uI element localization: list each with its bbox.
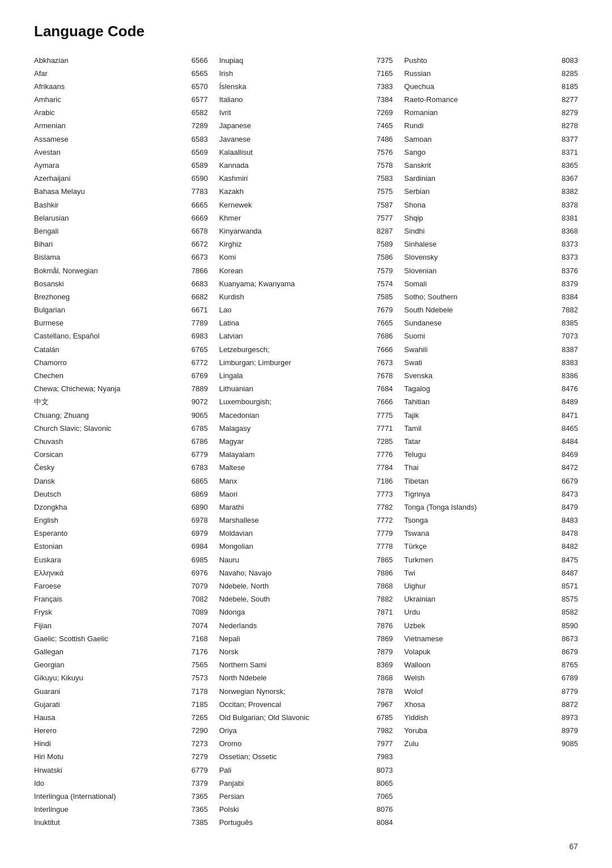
table-row: Brezhoneg6682 xyxy=(34,290,208,303)
lang-code: 6582 xyxy=(185,108,208,118)
lang-name: Svenska xyxy=(404,371,555,381)
lang-name: Afar xyxy=(34,69,185,79)
lang-name: Bislama xyxy=(34,252,185,262)
lang-code: 6566 xyxy=(185,56,208,66)
lang-name: Castellano, Español xyxy=(34,331,185,341)
lang-code: 8482 xyxy=(555,541,578,552)
lang-name: Tamil xyxy=(404,424,555,434)
lang-code: 8073 xyxy=(370,765,393,776)
lang-code: 7290 xyxy=(185,726,208,736)
table-row: Italiano7384 xyxy=(219,94,393,107)
lang-name: Lithuanian xyxy=(219,384,371,394)
table-row: Inupiaq7375 xyxy=(219,54,393,67)
lang-name: Maltese xyxy=(219,463,371,473)
table-row: Irish7165 xyxy=(219,67,393,80)
lang-name: Íslenska xyxy=(219,82,371,92)
table-row: Interlingue7365 xyxy=(34,803,208,816)
lang-name: Russian xyxy=(404,69,555,79)
table-row: Tigrinya8473 xyxy=(404,488,578,501)
lang-name: Maori xyxy=(219,489,371,499)
lang-name: Quechua xyxy=(404,82,555,92)
lang-code: 7977 xyxy=(370,739,393,749)
lang-name: Persian xyxy=(219,791,371,802)
lang-code: 8083 xyxy=(555,56,578,66)
table-row: Chuang; Zhuang9065 xyxy=(34,409,208,422)
lang-code: 6983 xyxy=(185,331,208,341)
lang-name: Marathi xyxy=(219,502,371,513)
lang-name: Uzbek xyxy=(404,621,555,631)
table-row: Moldavian7779 xyxy=(219,527,393,540)
lang-name: Bihari xyxy=(34,239,185,249)
table-row: Occitan; Provencal7967 xyxy=(219,698,393,711)
table-row: Polski8076 xyxy=(219,803,393,816)
table-row: Turkmen8475 xyxy=(404,553,578,566)
table-row: Kurdish7585 xyxy=(219,290,393,303)
lang-name: Ndebele, North xyxy=(219,581,371,591)
table-row: Assamese6583 xyxy=(34,133,208,146)
lang-name: Xhosa xyxy=(404,700,555,710)
lang-name: Português xyxy=(219,818,371,828)
lang-code: 7982 xyxy=(370,726,393,736)
lang-name: Nederlands xyxy=(219,621,371,631)
lang-name: Kuanyama; Kwanyama xyxy=(219,279,371,289)
lang-name: Interlingue xyxy=(34,805,185,815)
table-row: Shona8378 xyxy=(404,198,578,211)
lang-code: 7186 xyxy=(370,476,393,486)
lang-name: Twi xyxy=(404,568,555,578)
lang-code: 7289 xyxy=(185,121,208,131)
lang-code: 7779 xyxy=(370,528,393,539)
lang-name: Lao xyxy=(219,305,371,315)
lang-code: 6789 xyxy=(555,673,578,683)
lang-name: Suomi xyxy=(404,331,555,341)
table-row: Lingala7678 xyxy=(219,370,393,383)
lang-name: Estonian xyxy=(34,541,185,552)
table-row: Sanskrit8365 xyxy=(404,159,578,172)
table-row: Corsican6779 xyxy=(34,448,208,461)
table-row: Hiri Motu7279 xyxy=(34,751,208,764)
lang-name: Armenian xyxy=(34,121,185,131)
lang-name: Tajik xyxy=(404,410,555,421)
table-row: Slovenian8376 xyxy=(404,264,578,277)
lang-name: Swati xyxy=(404,358,555,368)
table-row: Walloon8765 xyxy=(404,659,578,672)
lang-code: 7776 xyxy=(370,450,393,460)
lang-name: Manx xyxy=(219,476,371,486)
table-row: Persian7065 xyxy=(219,790,393,803)
table-row: Guarani7178 xyxy=(34,685,208,698)
lang-code: 8377 xyxy=(555,134,578,145)
lang-name: Interlingua (International) xyxy=(34,791,185,802)
lang-name: Northern Sami xyxy=(219,660,371,670)
language-table: Abkhazian6566Afar6565Afrikaans6570Amhari… xyxy=(34,54,578,829)
lang-name: Sinhalese xyxy=(404,239,555,249)
lang-name: Corsican xyxy=(34,450,185,460)
table-row: Zulu9085 xyxy=(404,738,578,751)
lang-name: Avestan xyxy=(34,147,185,158)
lang-code: 8373 xyxy=(555,239,578,249)
lang-code: 6783 xyxy=(185,463,208,473)
lang-code: 9085 xyxy=(555,739,578,749)
lang-name: Hrwatski xyxy=(34,765,185,776)
lang-name: Kurdish xyxy=(219,292,371,302)
lang-name: Serbian xyxy=(404,187,555,197)
table-row: Chamorro6772 xyxy=(34,356,208,369)
lang-code: 7073 xyxy=(555,331,578,341)
lang-code: 6769 xyxy=(185,371,208,381)
lang-code: 8076 xyxy=(370,805,393,815)
lang-name: Latina xyxy=(219,318,371,328)
table-row: Rundi8278 xyxy=(404,120,578,133)
lang-name: Uighur xyxy=(404,581,555,591)
lang-code: 8369 xyxy=(370,660,393,670)
table-row: Aymara6589 xyxy=(34,159,208,172)
table-row: Kashmiri7583 xyxy=(219,172,393,185)
table-row: Fijian7074 xyxy=(34,619,208,632)
lang-name: Brezhoneg xyxy=(34,292,185,302)
lang-name: Volapuk xyxy=(404,647,555,657)
lang-name: Nepali xyxy=(219,634,371,644)
table-row: Bislama6673 xyxy=(34,251,208,264)
table-row: Quechua8185 xyxy=(404,80,578,93)
lang-name: Kernewek xyxy=(219,200,371,210)
lang-name: Ελληνικά xyxy=(34,568,185,578)
table-row: Welsh6789 xyxy=(404,672,578,685)
lang-name: Norsk xyxy=(219,647,371,657)
lang-code: 7379 xyxy=(185,778,208,789)
